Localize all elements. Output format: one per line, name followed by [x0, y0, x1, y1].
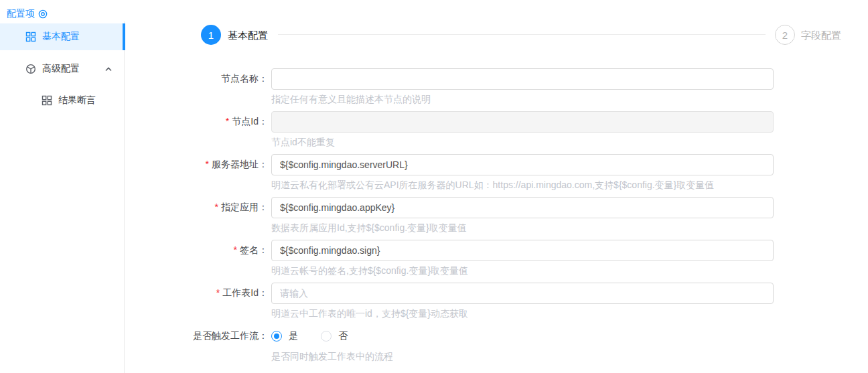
sidebar-item-result-assertion[interactable]: 结果断言	[0, 90, 125, 110]
field-label: *服务器地址：	[125, 159, 268, 171]
required-asterisk: *	[234, 244, 237, 255]
chevron-up-icon[interactable]	[105, 67, 112, 72]
field-hint: 数据表所属应用Id,支持${$config.变量}取变量值	[271, 222, 862, 234]
step-2-circle: 2	[775, 25, 795, 45]
field-label: *签名：	[125, 244, 268, 256]
sidebar: 配置项 基本配置 高级配置 结果断言	[0, 0, 125, 373]
required-asterisk: *	[216, 287, 220, 298]
radio-yes[interactable]: 是	[271, 330, 298, 342]
server-url-input[interactable]	[271, 154, 774, 175]
sidebar-header: 配置项	[7, 8, 48, 20]
form-row-node-name: 节点名称： 指定任何有意义且能描述本节点的说明	[125, 68, 862, 106]
sidebar-item-advanced-config[interactable]: 高级配置	[0, 59, 125, 79]
step-connector-line	[278, 34, 766, 35]
target-icon[interactable]	[38, 9, 48, 19]
active-indicator-bar	[123, 23, 125, 50]
form-row-sign: *签名： 明道云帐号的签名,支持${$config.变量}取变量值	[125, 240, 862, 277]
required-asterisk: *	[206, 159, 209, 169]
field-label: *工作表Id：	[125, 287, 268, 299]
step-2-title: 字段配置	[801, 29, 841, 42]
sidebar-item-label: 基本配置	[42, 31, 80, 43]
config-form: 节点名称： 指定任何有意义且能描述本节点的说明 *节点Id： 节点id不能重复 …	[125, 68, 862, 368]
form-row-server-url: *服务器地址： 明道云私有化部署或公有云API所在服务器的URL如：https:…	[125, 154, 862, 192]
sidebar-item-label: 高级配置	[42, 63, 80, 75]
app-key-input[interactable]	[271, 197, 774, 218]
main-panel: 1 基本配置 2 字段配置 节点名称： 指定任何有意义且能描述本节点的说明 *节…	[125, 0, 868, 373]
field-hint: 是否同时触发工作表中的流程	[271, 350, 862, 363]
field-hint: 明道云私有化部署或公有云API所在服务器的URL如：https://api.mi…	[271, 179, 862, 192]
required-asterisk: *	[215, 202, 218, 212]
field-label: 节点名称：	[125, 73, 268, 85]
field-label: *节点Id：	[125, 116, 268, 128]
form-row-node-id: *节点Id： 节点id不能重复	[125, 111, 862, 149]
sidebar-item-label: 结果断言	[58, 94, 96, 106]
grid-icon	[42, 95, 52, 106]
field-hint: 明道云帐号的签名,支持${$config.变量}取变量值	[271, 265, 862, 277]
worksheet-id-input[interactable]	[271, 283, 774, 304]
grid-icon	[25, 31, 36, 42]
form-row-worksheet-id: *工作表Id： 明道云中工作表的唯一id，支持${变量}动态获取	[125, 283, 862, 320]
app-root: 配置项 基本配置 高级配置 结果断言	[0, 0, 868, 373]
radio-no-circle[interactable]	[321, 331, 332, 342]
sidebar-title: 配置项	[7, 8, 35, 20]
radio-no-label: 否	[338, 330, 348, 342]
trigger-workflow-radio-group: 是 否	[271, 330, 348, 342]
node-name-input[interactable]	[271, 68, 774, 90]
radio-yes-circle[interactable]	[271, 331, 282, 342]
step-1-title: 基本配置	[228, 29, 268, 42]
sign-input[interactable]	[271, 240, 774, 261]
field-label: 是否触发工作流：	[125, 330, 268, 342]
field-hint: 指定任何有意义且能描述本节点的说明	[271, 93, 862, 106]
field-hint: 明道云中工作表的唯一id，支持${变量}动态获取	[271, 307, 862, 320]
field-hint: 节点id不能重复	[271, 136, 862, 149]
required-asterisk: *	[226, 116, 229, 127]
field-label: *指定应用：	[125, 202, 268, 214]
node-id-input	[271, 111, 774, 133]
radio-yes-label: 是	[289, 330, 298, 342]
form-row-app-key: *指定应用： 数据表所属应用Id,支持${$config.变量}取变量值	[125, 197, 862, 234]
form-row-trigger-workflow: 是否触发工作流： 是 否 是否同时触发工作表中的流程	[125, 325, 862, 363]
step-1-circle: 1	[201, 25, 221, 45]
sidebar-item-basic-config[interactable]: 基本配置	[0, 23, 125, 50]
radio-no[interactable]: 否	[321, 330, 348, 342]
cube-icon	[25, 64, 36, 74]
